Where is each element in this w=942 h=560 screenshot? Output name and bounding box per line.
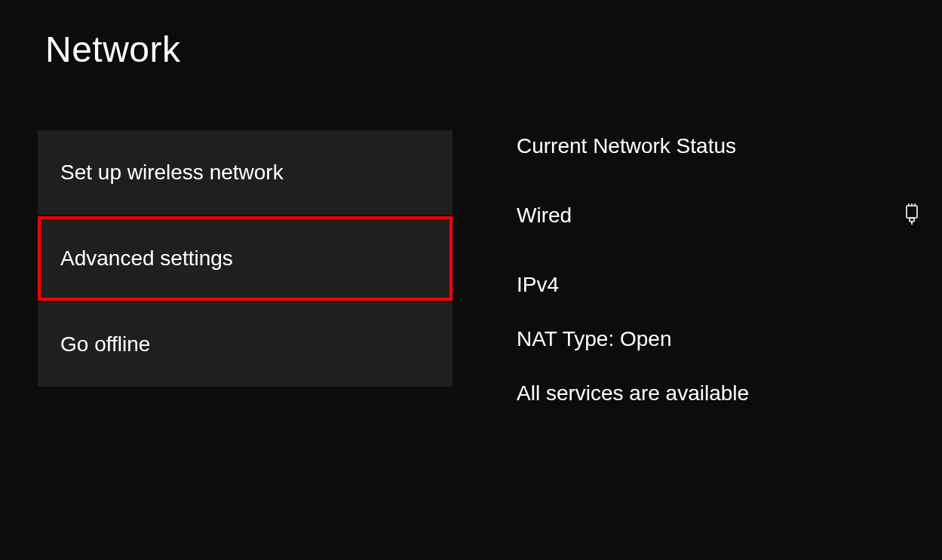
services-status-label: All services are available xyxy=(517,381,942,405)
svg-rect-4 xyxy=(910,218,914,222)
menu-item-advanced-settings[interactable]: Advanced settings xyxy=(38,216,453,301)
menu-item-setup-wireless[interactable]: Set up wireless network xyxy=(38,130,453,215)
page-title: Network xyxy=(0,0,942,70)
connection-type-row: Wired xyxy=(517,203,942,228)
status-heading: Current Network Status xyxy=(517,134,942,158)
svg-rect-0 xyxy=(907,206,917,218)
menu-item-label: Go offline xyxy=(60,332,150,356)
menu-column: Set up wireless network Advanced setting… xyxy=(38,130,453,436)
menu-item-label: Advanced settings xyxy=(60,246,233,270)
connection-type-label: Wired xyxy=(517,203,572,228)
ethernet-plug-icon xyxy=(904,203,919,228)
content-area: Set up wireless network Advanced setting… xyxy=(0,70,942,436)
ipv4-label: IPv4 xyxy=(517,273,942,297)
menu-item-go-offline[interactable]: Go offline xyxy=(38,302,453,387)
menu-item-label: Set up wireless network xyxy=(60,161,284,184)
nat-type-label: NAT Type: Open xyxy=(517,327,942,351)
status-column: Current Network Status Wired IPv4 NAT Ty… xyxy=(453,130,942,436)
